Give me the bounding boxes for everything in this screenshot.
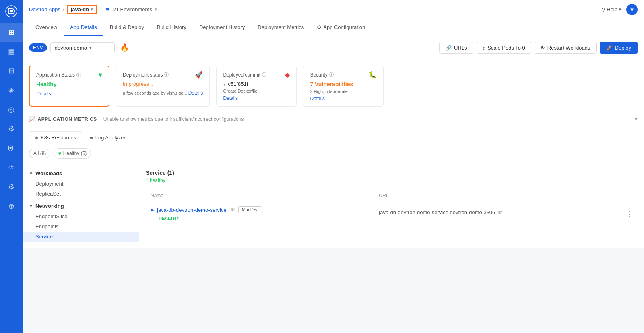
tab-app-details[interactable]: App Details — [64, 19, 103, 36]
security-info-icon[interactable]: ⓘ — [329, 72, 334, 78]
bug-icon: 🐛 — [369, 71, 377, 79]
k8s-item-endpointslice[interactable]: EndpointSlice — [23, 211, 139, 221]
security-card-header: Security ⓘ 🐛 — [310, 71, 377, 79]
healthy-filter-icon: ♥ — [58, 150, 61, 157]
k8s-item-deployment[interactable]: Deployment — [23, 179, 139, 189]
sidebar-logo[interactable] — [0, 0, 23, 23]
help-chevron-icon: ▾ — [619, 7, 621, 12]
sidebar-item-cube[interactable]: ◈ — [0, 81, 23, 100]
sidebar-item-code[interactable]: </> — [0, 158, 23, 177]
k8s-panel: ▼ Workloads Deployment ReplicaSet ▼ Netw… — [23, 163, 644, 248]
tab-build-history[interactable]: Build History — [151, 19, 193, 36]
tab-build-deploy[interactable]: Build & Deploy — [103, 19, 151, 36]
breadcrumb-app[interactable]: Devtron Apps — [29, 6, 60, 12]
deploy-button[interactable]: 🚀 Deploy — [600, 42, 638, 54]
workloads-section: ▼ Workloads Deployment ReplicaSet — [23, 168, 139, 199]
deployment-status-card-header: Deployment status ⓘ 🚀 — [123, 71, 203, 79]
commit-info-icon[interactable]: ⓘ — [262, 72, 266, 78]
code-icon: </> — [8, 165, 14, 170]
app-status-details-link[interactable]: Details — [36, 91, 51, 97]
copy-service-name-icon[interactable]: ⧉ — [231, 207, 235, 213]
gear-icon: ⚙ — [8, 124, 14, 133]
sidebar-item-globe[interactable]: ◎ — [0, 100, 23, 119]
networking-header[interactable]: ▼ Networking — [23, 201, 139, 211]
env-dropdown[interactable]: devtron-demo ▾ — [50, 42, 115, 53]
breadcrumb-current-app[interactable]: java-db ▾ — [67, 5, 97, 14]
workloads-header[interactable]: ▼ Workloads — [23, 168, 139, 179]
k8s-item-endpoints[interactable]: Endpoints — [23, 221, 139, 232]
table-row: ▶ java-db-devtron-demo-service ⧉ Manifes… — [146, 202, 638, 225]
sidebar-item-settings[interactable]: ⚙ — [0, 177, 23, 196]
service-section-title: Service (1) — [146, 170, 638, 176]
tab-log-analyzer[interactable]: ≡ Log Analyzer — [84, 131, 132, 144]
deployed-commit-card-header: Deployed commit ⓘ ◆ — [223, 71, 290, 79]
sidebar-item-gear[interactable]: ⚙ — [0, 119, 23, 139]
app-status-title: Application Status ⓘ — [36, 72, 81, 78]
content-area: ENV devtron-demo ▾ 🔥 🔗 URLs ↕ Scale Pods… — [23, 36, 644, 333]
sidebar-item-chart[interactable]: ▦ — [0, 42, 23, 61]
sidebar-item-layers[interactable]: ⊛ — [0, 196, 23, 216]
sidebar-item-shield[interactable]: ⛨ — [0, 139, 23, 158]
deployment-info-icon[interactable]: ⓘ — [164, 72, 169, 78]
app-status-card-header: Application Status ⓘ ♥ — [36, 71, 102, 79]
security-details-link[interactable]: Details — [310, 96, 325, 101]
vulnerability-breakdown: 2 High, 5 Moderate — [310, 89, 377, 94]
tab-deployment-metrics[interactable]: Deployment Metrics — [251, 19, 310, 36]
filter-healthy[interactable]: ♥ Healthy (6) — [54, 148, 91, 159]
restart-icon: ↻ — [541, 45, 545, 51]
env-selector: ENV — [29, 43, 47, 52]
tab-deployment-history[interactable]: Deployment History — [193, 19, 251, 36]
help-button[interactable]: ? Help ▾ — [602, 6, 621, 13]
service-name-link[interactable]: java-db-devtron-demo-service — [157, 207, 227, 213]
row-expand-icon[interactable]: ▶ — [151, 207, 154, 213]
settings-icon: ⚙ — [8, 182, 14, 191]
manifest-badge[interactable]: Manifest — [238, 206, 262, 213]
sidebar-item-dashboard[interactable]: ⊞ — [0, 23, 23, 42]
env-badge[interactable]: ≡ 1/1 Environments ▾ — [106, 6, 157, 12]
k8s-main-content: Service (1) 1 healthy Name URL — [139, 163, 644, 248]
content-toolbar: ENV devtron-demo ▾ 🔥 🔗 URLs ↕ Scale Pods… — [23, 36, 644, 59]
deployment-status-value: In progress .. — [123, 81, 203, 87]
filter-icon: 🔥 — [120, 43, 129, 52]
metrics-bar[interactable]: 📈 APPLICATION METRICS Unable to show met… — [23, 112, 644, 126]
urls-button[interactable]: 🔗 URLs — [439, 42, 473, 54]
deployment-time-meta: a few seconds ago by vishu.go... Details — [123, 90, 203, 96]
restart-workloads-button[interactable]: ↻ Restart Workloads — [535, 42, 597, 54]
k8s-item-replicaset[interactable]: ReplicaSet — [23, 189, 139, 199]
rocket-icon: 🚀 — [195, 71, 203, 79]
tab-app-configuration[interactable]: ⚙ App Configuration — [310, 19, 372, 36]
app-status-info-icon[interactable]: ⓘ — [76, 72, 81, 78]
commit-details-link[interactable]: Details — [223, 95, 238, 101]
user-avatar[interactable]: V — [626, 4, 638, 15]
sidebar-item-grid[interactable]: ⊟ — [0, 61, 23, 81]
copy-url-icon[interactable]: ⧉ — [498, 209, 502, 215]
filter-all[interactable]: All (8) — [29, 149, 50, 158]
link-icon: 🔗 — [445, 45, 452, 51]
tab-k8s-resources[interactable]: ⎈ K8s Resources — [29, 131, 82, 144]
networking-section: ▼ Networking EndpointSlice Endpoints Ser… — [23, 201, 139, 242]
metrics-chevron-icon: ▾ — [635, 116, 638, 122]
more-options-icon[interactable]: ⋮ — [625, 209, 633, 218]
service-section-subtitle: 1 healthy — [146, 178, 638, 183]
tab-overview[interactable]: Overview — [29, 19, 64, 36]
deploy-icon: 🚀 — [606, 45, 613, 51]
gear-small-icon: ⚙ — [317, 24, 322, 30]
topbar-right: ? Help ▾ V — [602, 4, 638, 15]
k8s-sidebar: ▼ Workloads Deployment ReplicaSet ▼ Netw… — [23, 163, 139, 248]
grid-icon: ⊟ — [8, 66, 14, 75]
log-tab-icon: ≡ — [90, 134, 93, 141]
main-content: Devtron Apps / java-db ▾ ≡ 1/1 Environme… — [23, 0, 644, 333]
k8s-tab-icon: ⎈ — [35, 134, 38, 141]
col-name: Name — [146, 190, 374, 202]
breadcrumb: Devtron Apps / java-db ▾ ≡ 1/1 Environme… — [29, 5, 599, 14]
filter-icon-button[interactable]: 🔥 — [118, 41, 131, 54]
scale-pods-button[interactable]: ↕ Scale Pods To 0 — [477, 42, 531, 54]
deployment-details-link[interactable]: Details — [188, 90, 203, 96]
k8s-item-service[interactable]: Service — [23, 232, 139, 242]
networking-expand-icon: ▼ — [29, 204, 33, 208]
resource-tabs: ⎈ K8s Resources ≡ Log Analyzer — [23, 126, 644, 144]
vulnerability-count: 7 Vulnerabilities — [310, 81, 377, 87]
metrics-label: 📈 APPLICATION METRICS — [29, 116, 97, 122]
dashboard-icon: ⊞ — [8, 28, 14, 37]
env-count-icon: ≡ — [106, 6, 109, 12]
